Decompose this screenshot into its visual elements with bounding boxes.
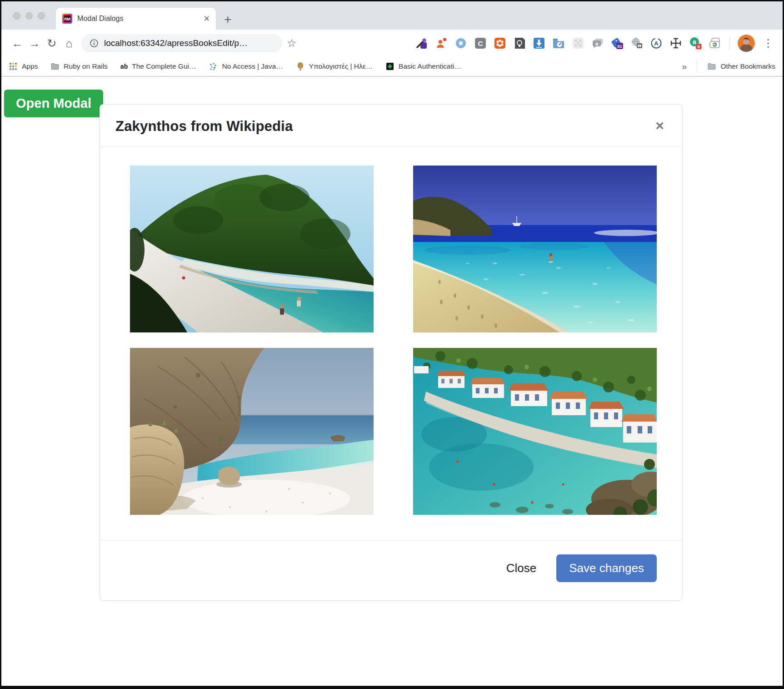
colorzilla-eyedropper-icon[interactable] <box>415 36 429 50</box>
save-changes-button[interactable]: Save changes <box>556 554 657 582</box>
traffic-lights <box>13 12 45 20</box>
disabled-grid-icon[interactable] <box>571 36 585 50</box>
svg-text:a: a <box>693 38 696 45</box>
svg-text:8: 8 <box>698 45 700 49</box>
green-a-badge-icon[interactable]: a 8 <box>689 36 702 50</box>
modal-close-icon[interactable]: × <box>653 118 667 134</box>
other-bookmarks[interactable]: Other Bookmarks <box>707 62 775 71</box>
tab-close-icon[interactable]: × <box>204 14 210 24</box>
bookmark-label: Ruby on Rails <box>64 62 108 70</box>
browser-menu-icon[interactable]: ⋮ <box>761 37 775 50</box>
forward-icon[interactable]: → <box>26 38 43 49</box>
modal-dialog: Zakynthos from Wikipedia × <box>100 104 683 601</box>
apps-grid-icon <box>9 62 18 71</box>
bookmarks-right-group: » Other Bookmarks <box>682 60 775 73</box>
minimize-window-button[interactable] <box>25 12 33 20</box>
lightbulb-dark-icon[interactable] <box>513 36 526 50</box>
folder-icon <box>50 62 60 71</box>
folder-icon <box>707 62 716 71</box>
modal-body <box>100 147 682 540</box>
bookmark-label: The Complete Gui… <box>132 62 196 70</box>
modal-footer: Close Save changes <box>100 540 682 600</box>
svg-text:A: A <box>654 40 659 47</box>
page-info-icon[interactable] <box>90 39 99 48</box>
tab-title: Modal Dialogs <box>77 15 199 23</box>
grey-c-icon[interactable]: C <box>474 36 487 50</box>
bookmark-no-access[interactable]: No Access | Java… <box>209 62 283 71</box>
scatter-dots-icon <box>209 62 218 71</box>
reload-icon[interactable]: ↻ <box>43 38 60 49</box>
crosshair-move-icon[interactable] <box>669 36 683 50</box>
address-bar[interactable]: localhost:63342/apressBooksEdit/p… <box>81 34 282 52</box>
bookmark-basic-authentication[interactable]: Basic Authenticati… <box>385 62 461 71</box>
blue-swirl-icon[interactable] <box>454 36 468 50</box>
bookmark-label: No Access | Java… <box>222 62 283 70</box>
chat-bubble-a-icon[interactable]: a <box>591 36 604 50</box>
bookmarks-bar: Apps Ruby on Rails ab The Complete Gui… … <box>1 57 783 76</box>
bookmark-greek-computers[interactable]: Υπολογιστές | Ηλε… <box>296 62 373 71</box>
rubymine-favicon-icon: RM <box>62 14 72 24</box>
bookmark-label: Basic Authenticati… <box>399 62 461 70</box>
photo-rocky-cliff-beach <box>130 348 374 515</box>
toolbar-right-group: C <box>415 35 775 52</box>
zoom-window-button[interactable] <box>38 12 45 20</box>
profile-avatar[interactable] <box>738 35 755 52</box>
window-stack-chrome-icon[interactable] <box>708 36 722 50</box>
browser-window: RM Modal Dialogs × + ← → ↻ ⌂ localhost:6… <box>0 0 784 689</box>
photo-pebble-cove-green-hills <box>130 166 374 332</box>
bookmarks-separator <box>697 60 697 73</box>
hot-air-balloon-icon <box>296 62 305 71</box>
close-window-button[interactable] <box>13 12 20 20</box>
blue-download-arrow-icon[interactable] <box>532 36 546 50</box>
folder-speedtest-icon[interactable] <box>552 36 565 50</box>
back-icon[interactable]: ← <box>9 38 26 49</box>
browser-toolbar: ← → ↻ ⌂ localhost:63342/apressBooksEdit/… <box>1 30 783 57</box>
page-content: Open Modal Zakynthos from Wikipedia × <box>1 77 783 686</box>
svg-text:C: C <box>478 40 483 47</box>
orange-person-share-icon[interactable] <box>434 36 448 50</box>
svg-text:51: 51 <box>617 44 622 49</box>
circled-a-icon[interactable]: A <box>649 36 663 50</box>
toolbar-separator <box>729 37 730 50</box>
bookmark-apps[interactable]: Apps <box>9 62 38 71</box>
bookmark-label: Apps <box>22 62 38 70</box>
ab-favicon-icon: ab <box>120 63 128 70</box>
bookmark-complete-guide[interactable]: ab The Complete Gui… <box>120 62 196 70</box>
globe-window-icon[interactable] <box>630 36 644 50</box>
modal-title: Zakynthos from Wikipedia <box>115 118 293 135</box>
photo-aerial-bay-village <box>413 348 657 515</box>
blue-tag-51-icon[interactable]: 51 <box>610 36 624 50</box>
home-icon[interactable]: ⌂ <box>60 38 78 49</box>
modal-header: Zakynthos from Wikipedia × <box>100 105 682 147</box>
bookmark-label: Other Bookmarks <box>720 62 775 70</box>
bookmark-label: Υπολογιστές | Ηλε… <box>309 62 373 70</box>
bookmark-folder-ruby-on-rails[interactable]: Ruby on Rails <box>50 62 108 71</box>
photo-turquoise-shallow-beach <box>413 166 657 332</box>
orange-gear-icon[interactable] <box>493 36 507 50</box>
tab-modal-dialogs[interactable]: RM Modal Dialogs × <box>56 8 216 30</box>
modal-close-button[interactable]: Close <box>504 561 539 576</box>
url-text: localhost:63342/apressBooksEdit/p… <box>104 38 248 48</box>
green-diamond-icon <box>385 62 394 71</box>
new-tab-button[interactable]: + <box>224 13 231 26</box>
title-bar: RM Modal Dialogs × + <box>1 1 783 30</box>
bookmark-star-icon[interactable]: ☆ <box>287 37 297 50</box>
open-modal-button[interactable]: Open Modal <box>4 90 103 117</box>
favicon-text: RM <box>64 17 70 21</box>
svg-text:a: a <box>595 41 599 46</box>
bookmarks-overflow-icon[interactable]: » <box>682 61 687 72</box>
